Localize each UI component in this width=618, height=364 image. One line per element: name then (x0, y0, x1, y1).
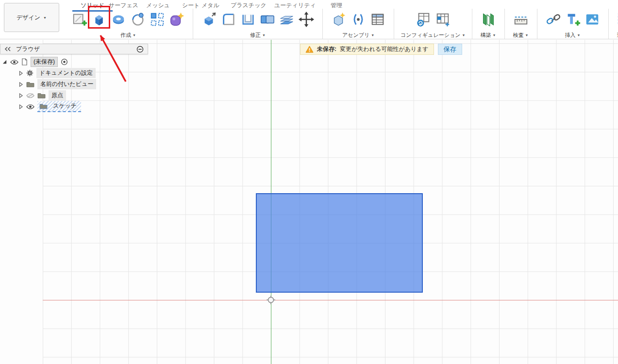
select-cursor-icon (617, 11, 618, 28)
shell-button[interactable] (238, 9, 258, 30)
sweep-button[interactable] (128, 9, 148, 30)
display-settings-icon[interactable] (136, 46, 144, 53)
construction-plane-button[interactable] (479, 9, 498, 30)
create-sketch-button[interactable] (70, 9, 89, 30)
bom-table-icon (369, 11, 386, 28)
fastener-icon (565, 11, 581, 28)
offset-face-button[interactable] (277, 9, 297, 30)
panel-divider (504, 9, 505, 39)
chevron-down-icon: ▼ (577, 33, 581, 37)
panel-configuration: コンフィギュレーション ▼ (396, 9, 470, 39)
visibility-off-icon[interactable] (26, 93, 34, 99)
select-button[interactable] (615, 9, 618, 30)
panel-dropdown-configuration[interactable]: コンフィギュレーション ▼ (401, 32, 466, 39)
insert-derive-button[interactable] (544, 9, 563, 30)
construction-plane-icon (480, 11, 497, 28)
browser-row-sketches[interactable]: スケッチ (0, 101, 148, 112)
joint-button[interactable] (349, 9, 368, 30)
panel-dropdown-construct[interactable]: 構築 ▼ (481, 32, 496, 39)
bom-button[interactable] (368, 9, 387, 30)
panel-divider (322, 9, 323, 39)
workspace-label: デザイン (17, 14, 40, 22)
tree-item-label[interactable]: ドキュメントの設定 (36, 68, 96, 78)
offset-face-icon (279, 11, 295, 28)
tree-item-label[interactable]: 原点 (49, 90, 66, 100)
toolbar-panels: 作成 ▼ (65, 9, 618, 39)
collapse-browser-icon[interactable] (4, 47, 11, 51)
create-form-icon (168, 11, 185, 28)
panel-select: 選択 ▼ (610, 9, 618, 39)
folder-icon (26, 81, 34, 87)
save-button[interactable]: 保存 (438, 44, 463, 55)
chevron-down-icon: ▼ (371, 33, 374, 37)
browser-tree: (未保存) ドキュメントの設定 名前の付いたビュー 原点 スケッチ (0, 56, 148, 112)
link-icon (545, 11, 562, 28)
collapsed-caret-icon[interactable] (18, 71, 23, 76)
measure-icon (513, 11, 529, 28)
configuration-table-button[interactable] (433, 9, 452, 30)
combine-button[interactable] (258, 9, 277, 30)
panel-dropdown-insert[interactable]: 挿入 ▼ (565, 32, 581, 39)
browser-header: ブラウザ (0, 44, 148, 54)
measure-button[interactable] (511, 9, 531, 30)
document-name[interactable]: (未保存) (31, 57, 58, 67)
folder-icon (37, 92, 46, 99)
panel-dropdown-assemble[interactable]: アセンブリ ▼ (342, 32, 374, 39)
panel-label: コンフィギュレーション (401, 32, 461, 39)
tree-item-label[interactable]: 名前の付いたビュー (37, 79, 96, 89)
browser-row-origin[interactable]: 原点 (0, 90, 148, 101)
sweep-icon (130, 11, 146, 28)
move-icon (298, 11, 315, 28)
warning-message: 未保存: 変更が失われる可能性があります (300, 44, 434, 55)
tree-item-label[interactable]: スケッチ (50, 101, 79, 111)
press-pull-button[interactable] (200, 9, 219, 30)
configuration-table-icon (434, 11, 451, 28)
browser-row-document[interactable]: (未保存) (0, 56, 148, 67)
revolve-icon (110, 11, 127, 28)
sketch-profile[interactable] (256, 193, 423, 293)
panel-divider (394, 9, 394, 39)
x-axis (43, 300, 618, 300)
browser-row-document-settings[interactable]: ドキュメントの設定 (0, 67, 148, 79)
joint-icon (350, 11, 367, 28)
extrude-button[interactable] (89, 9, 109, 30)
chevron-down-icon: ▼ (462, 33, 466, 37)
rectangular-pattern-button[interactable] (148, 9, 167, 30)
panel-dropdown-inspect[interactable]: 検査 ▼ (513, 32, 529, 39)
configuration-button[interactable] (414, 9, 433, 30)
warning-text: 変更が失われる可能性があります (340, 45, 429, 53)
panel-divider (537, 9, 537, 39)
panel-dropdown-modify[interactable]: 修正 ▼ (250, 32, 266, 39)
browser-row-named-views[interactable]: 名前の付いたビュー (0, 79, 148, 90)
warning-prefix: 未保存: (317, 45, 336, 53)
panel-divider (608, 9, 609, 39)
gear-icon (26, 69, 33, 77)
panel-inspect: 検査 ▼ (506, 9, 535, 39)
panel-label: アセンブリ (342, 32, 369, 39)
move-button[interactable] (297, 9, 316, 30)
fillet-button[interactable] (219, 9, 238, 30)
unsaved-warning-bar: 未保存: 変更が失われる可能性があります 保存 (300, 44, 462, 55)
origin-marker[interactable] (267, 296, 275, 304)
combine-icon (259, 11, 276, 28)
collapsed-caret-icon[interactable] (18, 82, 23, 87)
fillet-icon (220, 11, 237, 28)
panel-dropdown-create[interactable]: 作成 ▼ (120, 32, 136, 39)
new-component-button[interactable] (329, 9, 349, 30)
panel-label: 構築 (481, 32, 491, 39)
create-form-button[interactable] (167, 9, 186, 30)
collapsed-caret-icon[interactable] (18, 104, 23, 109)
visibility-eye-icon[interactable] (26, 104, 34, 110)
collapsed-caret-icon[interactable] (18, 93, 23, 98)
insert-canvas-button[interactable] (583, 9, 602, 30)
insert-fastener-button[interactable] (563, 9, 583, 30)
chevron-down-icon: ▼ (525, 33, 529, 37)
extrude-icon (91, 11, 107, 28)
workspace-switcher[interactable]: デザイン ▼ (4, 3, 59, 32)
revolve-button[interactable] (109, 9, 128, 30)
visibility-eye-icon[interactable] (10, 59, 18, 65)
new-component-icon (331, 11, 347, 28)
activate-radio-icon[interactable] (61, 58, 68, 66)
expanded-caret-icon[interactable] (2, 59, 7, 65)
create-sketch-icon (71, 11, 88, 28)
